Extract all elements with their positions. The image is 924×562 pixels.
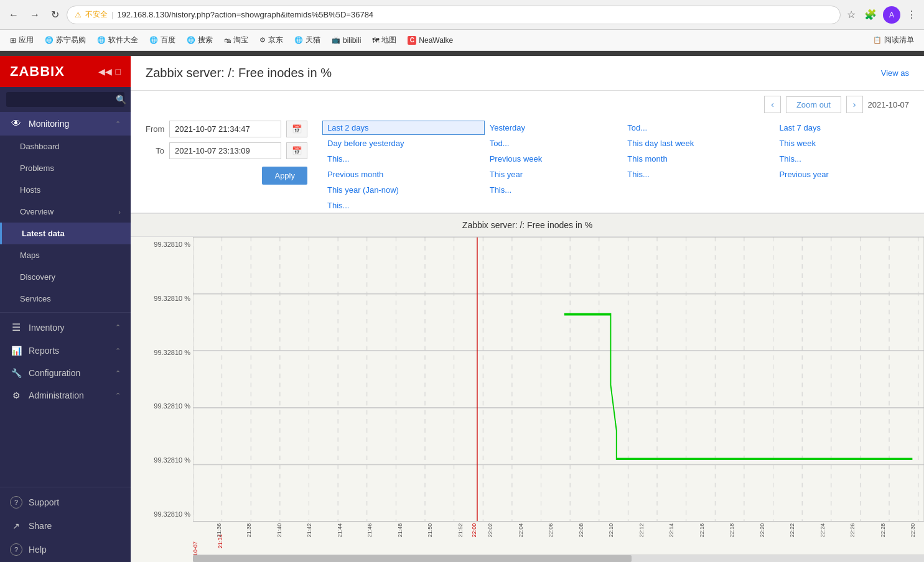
view-as-link[interactable]: View as	[881, 68, 909, 78]
from-row: From 📅	[146, 121, 307, 137]
monitoring-label: Monitoring	[29, 119, 115, 129]
chart-scrollbar[interactable]	[193, 555, 924, 562]
quick-link-last3months[interactable]: Previous week	[485, 152, 623, 166]
y-label-2: 99.32810 %	[133, 295, 190, 302]
to-calendar-button[interactable]: 📅	[286, 142, 307, 159]
x-axis-svg: 10-07 21:34 21:36 21:38 21:40 21:42 21:4…	[193, 522, 924, 559]
quick-link-previous-year[interactable]: This year (Jan-now)	[322, 183, 485, 197]
security-text: 不安全	[85, 9, 108, 20]
bookmark-neawalke[interactable]: CNeaWalke	[403, 34, 458, 47]
quick-link-this-year2[interactable]: This...	[622, 167, 774, 182]
menu-button[interactable]: ⋮	[904, 6, 919, 23]
search-button[interactable]: 🔍	[116, 94, 126, 104]
sidebar-item-inventory[interactable]: ☰ Inventory ⌃	[0, 315, 131, 339]
search-box: 🔍	[0, 87, 131, 112]
quick-link-last2years[interactable]	[622, 183, 774, 197]
bookmark-jd[interactable]: ⚙京东	[254, 33, 288, 47]
to-row: To 📅	[146, 142, 307, 159]
bookmark-taobao[interactable]: 🛍淘宝	[219, 33, 253, 47]
bookmark-search[interactable]: 🌐搜索	[182, 33, 218, 47]
svg-text:22:18: 22:18	[729, 523, 735, 538]
support-icon: ?	[10, 496, 22, 509]
reload-button[interactable]: ↻	[47, 6, 63, 23]
chart-svg-container	[193, 237, 924, 522]
monitoring-section: 👁 Monitoring ⌃ Dashboard Problems Hosts …	[0, 112, 131, 310]
quick-link-yesterday[interactable]: Yesterday	[485, 121, 623, 135]
sidebar-item-configuration[interactable]: 🔧 Configuration ⌃	[0, 362, 131, 384]
from-calendar-button[interactable]: 📅	[286, 121, 307, 137]
reading-list[interactable]: 📋阅读清单	[868, 33, 919, 47]
svg-text:22:12: 22:12	[638, 523, 645, 538]
svg-text:21:42: 21:42	[307, 523, 313, 538]
zoom-out-button[interactable]: Zoom out	[786, 96, 841, 113]
security-warning: ⚠	[75, 11, 82, 19]
y-label-3: 99.32810 %	[133, 349, 190, 356]
bookmark-suning[interactable]: 🌐苏宁易购	[40, 33, 91, 47]
y-axis: 99.32810 % 99.32810 % 99.32810 % 99.3281…	[131, 237, 193, 522]
profile-button[interactable]: A	[883, 6, 900, 24]
inventory-icon: ☰	[10, 321, 22, 333]
bookmark-apps[interactable]: ⊞应用	[5, 33, 39, 47]
discovery-label: Discovery	[20, 272, 121, 282]
y-label-1: 99.32810 %	[133, 241, 190, 248]
sidebar-item-services[interactable]: Services	[0, 288, 131, 310]
sidebar-expand-button[interactable]: □	[116, 67, 121, 76]
bookmark-software[interactable]: 🌐软件大全	[92, 33, 143, 47]
sidebar-item-administration[interactable]: ⚙ Administration ⌃	[0, 384, 131, 407]
sidebar-item-dashboard[interactable]: Dashboard	[0, 136, 131, 157]
from-input[interactable]	[169, 121, 281, 137]
quick-link-today[interactable]: Tod...	[622, 121, 774, 135]
services-label: Services	[20, 294, 121, 303]
sidebar-item-maps[interactable]: Maps	[0, 244, 131, 266]
sidebar-item-discovery[interactable]: Discovery	[0, 266, 131, 288]
back-button[interactable]: ←	[5, 7, 22, 23]
date-pickers: From 📅 To 📅 Apply	[146, 121, 307, 185]
bookmark-tianmao[interactable]: 🌐天猫	[289, 33, 325, 47]
quick-link-last2days[interactable]: Last 2 days	[322, 121, 485, 135]
sidebar-item-share[interactable]: ↗ Share	[0, 515, 131, 537]
quick-link-today-so-far[interactable]: Tod...	[485, 136, 623, 150]
quick-link-this-month[interactable]: This...	[774, 152, 909, 166]
quick-link-last30days[interactable]: This day last week	[622, 136, 774, 150]
reports-label: Reports	[29, 346, 115, 356]
svg-text:21:38: 21:38	[246, 523, 253, 538]
svg-rect-0	[193, 237, 924, 522]
quick-link-this-week[interactable]: This...	[322, 152, 485, 166]
bookmark-baidu[interactable]: 🌐百度	[144, 33, 180, 47]
star-button[interactable]: ☆	[844, 6, 858, 23]
quick-link-this-cut[interactable]: This...	[322, 198, 485, 213]
search-input[interactable]	[11, 95, 116, 104]
configuration-label: Configuration	[29, 368, 115, 378]
quick-link-previous-month[interactable]: This year	[485, 167, 623, 182]
apply-button[interactable]: Apply	[262, 167, 307, 185]
quick-link-last6months[interactable]: Previous month	[322, 167, 485, 182]
quick-link-this-day-last-week[interactable]: This week	[774, 136, 909, 150]
sidebar-item-reports[interactable]: 📊 Reports ⌃	[0, 339, 131, 362]
sidebar-item-problems[interactable]: Problems	[0, 157, 131, 179]
scrollbar-thumb[interactable]	[193, 555, 632, 562]
sidebar-item-help[interactable]: ? Help	[0, 537, 131, 562]
forward-button[interactable]: →	[26, 7, 44, 23]
sidebar-item-monitoring[interactable]: 👁 Monitoring ⌃	[0, 112, 131, 136]
svg-text:22:00: 22:00	[471, 523, 477, 538]
bookmark-bilibili[interactable]: 📺bilibili	[327, 34, 366, 47]
sidebar-item-overview[interactable]: Overview ›	[0, 201, 131, 223]
sidebar-item-hosts[interactable]: Hosts	[0, 179, 131, 201]
quick-link-last1year[interactable]: Previous year	[774, 167, 909, 182]
inventory-arrow: ⌃	[115, 323, 121, 331]
problems-label: Problems	[20, 164, 121, 173]
sidebar-item-support[interactable]: ? Support	[0, 490, 131, 515]
quick-link-previous-week[interactable]: This month	[622, 152, 774, 166]
extension-button[interactable]: 🧩	[862, 6, 879, 23]
nav-prev-button[interactable]: ‹	[764, 96, 781, 113]
bookmark-map[interactable]: 🗺地图	[367, 33, 401, 47]
main-content: Zabbix server: /: Free inodes in % View …	[131, 56, 924, 562]
to-input[interactable]	[169, 142, 281, 159]
sidebar-collapse-button[interactable]: ◀◀	[98, 67, 112, 76]
quick-link-day-before-yesterday[interactable]: Day before yesterday	[322, 136, 485, 150]
quick-link-this-year3[interactable]: This...	[485, 183, 623, 197]
quick-link-last7days[interactable]: Last 7 days	[774, 121, 909, 135]
nav-next-button[interactable]: ›	[846, 96, 863, 113]
overview-arrow: ›	[118, 208, 121, 216]
sidebar-item-latest-data[interactable]: Latest data	[0, 223, 131, 244]
